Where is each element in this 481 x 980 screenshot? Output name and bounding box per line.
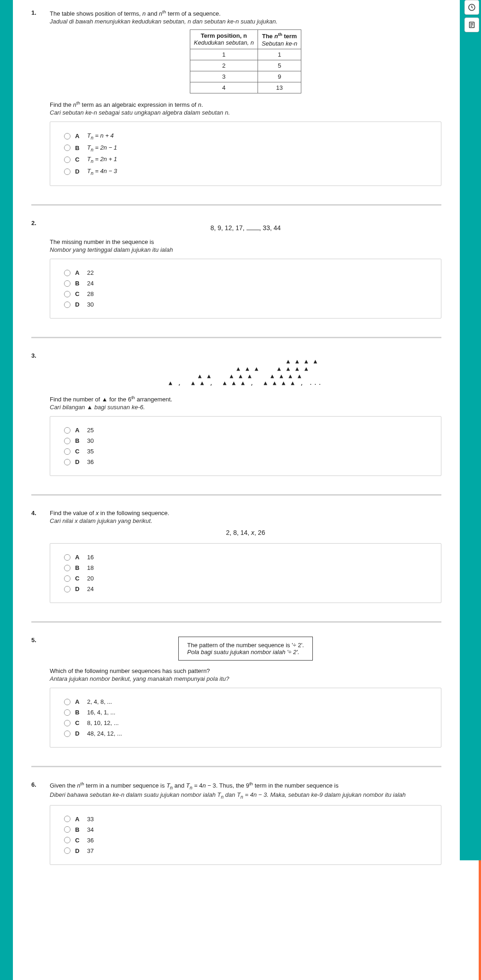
divider [31,494,441,496]
radio-icon[interactable] [64,302,70,308]
options-box: A25 B30 C35 D36 [50,416,441,476]
question-6: 6. Given the nth term in a number sequen… [13,777,460,874]
options-box: ATn = n + 4 BTn = 2n − 1 CTn = 2n + 1 DT… [50,122,441,186]
note-icon[interactable] [464,17,479,32]
question-text-ms: Jadual di bawah menunjukkan kedudukan se… [50,18,441,25]
radio-icon[interactable] [64,699,70,705]
option-d[interactable]: D48, 24, 12, ... [64,728,427,739]
clock-icon[interactable] [464,0,479,15]
option-a[interactable]: A33 [64,814,427,824]
option-a[interactable]: A25 [64,425,427,435]
table-row: 39 [190,71,301,82]
option-b[interactable]: B34 [64,824,427,835]
question-3: 3. ▲ ▲ ▲ ▲ ▲ ▲ ▲ ▲ ▲ ▲ ▲ ▲ ▲ ▲ ▲ ▲ ▲ ▲ ▲… [13,348,460,485]
divider [31,621,441,623]
find-text-en: Find the number of ▲ for the 6th arrange… [50,395,441,403]
option-c[interactable]: C35 [64,446,427,457]
radio-icon[interactable] [64,565,70,571]
radio-icon[interactable] [64,157,70,163]
sequence-text: 8, 9, 12, 17, , 33, 44 [50,224,441,232]
find-text-ms: Cari sebutan ke-n sebagai satu ungkapan … [50,109,441,116]
radio-icon[interactable] [64,270,70,276]
table-row: 413 [190,82,301,93]
sequence-table: Term position, n Kedudukan sebutan, n Th… [190,29,301,93]
table-row: 25 [190,60,301,71]
radio-icon[interactable] [64,731,70,737]
option-c[interactable]: C8, 10, 12, ... [64,718,427,728]
radio-icon[interactable] [64,575,70,582]
option-a[interactable]: ATn = n + 4 [64,130,427,142]
option-d[interactable]: DTn = 4n − 3 [64,166,427,178]
option-c[interactable]: C28 [64,289,427,299]
question-text-ms: Diberi bahawa sebutan ke-n dalam suatu j… [50,791,441,800]
radio-icon[interactable] [64,448,70,455]
option-b[interactable]: B18 [64,562,427,573]
option-d[interactable]: D36 [64,457,427,467]
options-box: A2, 4, 8, ... B16, 4, 1, ... C8, 10, 12,… [50,688,441,748]
radio-icon[interactable] [64,168,70,175]
table-header-position: Term position, n Kedudukan sebutan, n [190,30,258,49]
option-a[interactable]: A2, 4, 8, ... [64,696,427,707]
question-number: 1. [31,9,41,186]
question-text-ms: Cari nilai x dalam jujukan yang berikut. [50,517,441,524]
sequence-text: 2, 8, 14, x, 26 [50,529,441,536]
question-number: 4. [31,510,41,603]
radio-icon[interactable] [64,438,70,444]
question-number: 5. [31,637,41,748]
main-content: 1. The table shows position of terms, n … [13,0,460,980]
option-a[interactable]: A22 [64,267,427,278]
options-box: A16 B18 C20 D24 [50,543,441,603]
options-box: A22 B24 C28 D30 [50,259,441,319]
radio-icon[interactable] [64,291,70,297]
radio-icon[interactable] [64,554,70,561]
orange-accent [479,860,481,980]
find-text-ms: Cari bilangan ▲ bagi susunan ke-6. [50,404,441,411]
left-sidebar [0,0,13,980]
radio-icon[interactable] [64,709,70,716]
question-text-en: Given the nth term in a number sequence … [50,781,441,790]
question-number: 6. [31,781,41,865]
question-number: 2. [31,220,41,319]
options-box: A33 B34 C36 D37 [50,805,441,865]
option-a[interactable]: A16 [64,552,427,562]
table-row: 11 [190,49,301,60]
find-text-en: Find the nth term as an algebraic expres… [50,100,441,108]
option-d[interactable]: D37 [64,846,427,856]
question-text-en: Which of the following number sequences … [50,667,441,674]
question-2: 2. 8, 9, 12, 17, , 33, 44 The missing nu… [13,215,460,328]
option-c[interactable]: C20 [64,573,427,584]
radio-icon[interactable] [64,720,70,726]
option-b[interactable]: B16, 4, 1, ... [64,707,427,718]
question-5: 5. The pattern of the number sequence is… [13,632,460,757]
radio-icon[interactable] [64,847,70,854]
question-number: 3. [31,352,41,476]
radio-icon[interactable] [64,816,70,822]
option-b[interactable]: B30 [64,435,427,446]
radio-icon[interactable] [64,280,70,287]
option-d[interactable]: D24 [64,584,427,594]
question-text-en: The table shows position of terms, n and… [50,9,441,17]
divider [31,204,441,206]
question-text-en: Find the value of x in the following seq… [50,510,441,516]
radio-icon[interactable] [64,133,70,139]
question-1: 1. The table shows position of terms, n … [13,5,460,195]
radio-icon[interactable] [64,145,70,151]
option-c[interactable]: CTn = 2n + 1 [64,154,427,166]
divider [31,766,441,767]
radio-icon[interactable] [64,837,70,843]
option-c[interactable]: C36 [64,835,427,846]
radio-icon[interactable] [64,586,70,592]
question-text-ms: Nombor yang tertinggal dalam jujukan itu… [50,246,441,253]
divider [31,337,441,338]
radio-icon[interactable] [64,459,70,465]
question-text-en: The missing number in the sequence is [50,238,441,245]
question-text-ms: Antara jujukan nombor berikut, yang mana… [50,675,441,682]
option-b[interactable]: B24 [64,278,427,289]
triangle-diagram: ▲ ▲ ▲ ▲ ▲ ▲ ▲ ▲ ▲ ▲ ▲ ▲ ▲ ▲ ▲ ▲ ▲ ▲ ▲ ▲ … [50,358,441,386]
right-sidebar [460,0,481,860]
option-b[interactable]: BTn = 2n − 1 [64,142,427,154]
radio-icon[interactable] [64,826,70,833]
option-d[interactable]: D30 [64,299,427,310]
pattern-box: The pattern of the number sequence is '÷… [178,637,312,661]
radio-icon[interactable] [64,427,70,434]
